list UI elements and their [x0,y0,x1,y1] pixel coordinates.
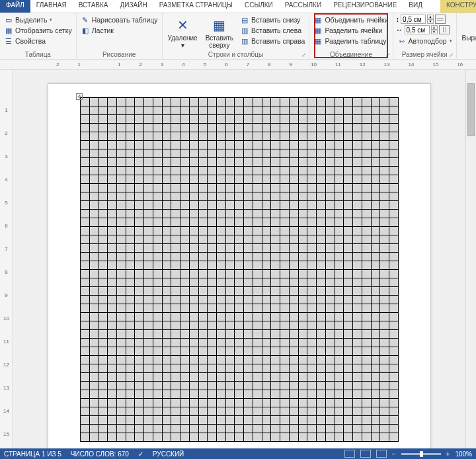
dialog-launcher-icon[interactable]: ⤢ [301,52,306,58]
group-alignment: ▦ Выравнивание▾ [457,13,476,59]
page-scroll[interactable]: ✥ WamOtvet.ru [13,70,465,448]
insert-below-button[interactable]: ▤Вставить снизу [239,15,306,25]
select-button[interactable]: ▭Выделить▾ [3,15,73,25]
width-icon: ↔ [396,26,403,34]
scroll-thumb[interactable] [467,83,475,136]
tab-references[interactable]: ССЫЛКИ [239,0,279,13]
insert-above-icon: ▦ [210,16,229,34]
group-rows-columns: ✕ Удаление▾ ▦ Вставить сверху ▤Вставить … [163,13,310,59]
spin-down-icon[interactable]: ▼ [431,30,438,34]
spin-down-icon[interactable]: ▼ [427,19,434,24]
tab-page-layout[interactable]: РАЗМЕТКА СТРАНИЦЫ [153,0,239,13]
view-read-button[interactable] [344,450,355,458]
table-move-handle[interactable]: ✥ [76,93,83,100]
view-web-button[interactable] [376,450,387,458]
insert-right-button[interactable]: ▥Вставить справа [239,36,306,46]
spin-up-icon[interactable]: ▲ [431,25,438,30]
split-table-icon: ▦ [313,36,323,46]
cursor-icon: ▭ [4,15,13,24]
tab-insert[interactable]: ВСТАВКА [73,0,114,13]
row-icon: ▤ [240,15,249,24]
zoom-slider[interactable] [401,453,441,455]
group-cell-size: ↕ ▲▼ ↔ ▲▼ ⇿Автоподбор▾ Размер ячейки⤢ [393,13,457,59]
group-label-draw: Рисование [79,51,159,59]
group-label-size: Размер ячейки⤢ [396,51,454,59]
merge-icon: ▦ [313,15,323,24]
dialog-launcher-icon[interactable]: ⤢ [385,52,390,58]
draw-table-button[interactable]: ✎Нарисовать таблицу [79,15,159,25]
insert-above-button[interactable]: ▦ Вставить сверху [203,15,236,50]
properties-button[interactable]: ☰Свойства [3,36,73,46]
col-width-field[interactable]: ↔ ▲▼ [396,25,454,34]
autofit-button[interactable]: ⇿Автоподбор▾ [396,36,454,46]
tab-review[interactable]: РЕЦЕНЗИРОВАНИЕ [327,0,403,13]
group-label-align [459,58,476,59]
zoom-level[interactable]: 100% [455,450,472,458]
chevron-down-icon: ▾ [450,38,452,44]
col-width-input[interactable] [405,25,430,34]
vertical-scrollbar[interactable] [465,70,476,448]
dialog-launcher-icon[interactable]: ⤢ [449,52,454,58]
chevron-down-icon: ▾ [181,42,184,49]
zoom-knob[interactable] [420,451,423,457]
ruler-horizontal[interactable]: 21123456789101112131415161718 [0,60,476,70]
eraser-icon: ◧ [81,26,90,35]
col-icon: ▥ [240,36,249,46]
autofit-icon: ⇿ [397,36,407,46]
group-label-merge: Объединение⤢ [312,51,389,59]
delete-icon: ✕ [173,16,192,34]
group-label-rows: Строки и столбцы⤢ [165,51,307,59]
group-label-table: Таблица [3,51,73,59]
delete-button[interactable]: ✕ Удаление▾ [165,15,200,50]
pencil-icon: ✎ [81,15,90,24]
ribbon-tabs: ФАЙЛ ГЛАВНАЯ ВСТАВКА ДИЗАЙН РАЗМЕТКА СТР… [0,0,476,13]
tab-design[interactable]: ДИЗАЙН [114,0,153,13]
chevron-down-icon: ▾ [50,17,52,22]
row-height-input[interactable] [401,15,426,24]
tab-constructor[interactable]: КОНСТРУКТОР [440,0,476,13]
tab-mailings[interactable]: РАССЫЛКИ [279,0,327,13]
split-cells-button[interactable]: ▦Разделить ячейки [312,25,389,36]
group-draw: ✎Нарисовать таблицу ◧Ластик Рисование [77,13,163,59]
status-words[interactable]: ЧИСЛО СЛОВ: 670 [71,450,129,458]
group-merge: ▦Объединить ячейки ▦Разделить ячейки ▦Ра… [309,13,393,59]
tab-home[interactable]: ГЛАВНАЯ [30,0,73,13]
col-icon: ▥ [240,26,249,35]
document-area: 1234567891011121314151617 ✥ WamOtvet.ru [0,70,476,448]
alignment-button[interactable]: ▦ Выравнивание▾ [459,15,476,50]
tab-file[interactable]: ФАЙЛ [0,0,30,13]
ruler-vertical[interactable]: 1234567891011121314151617 [0,70,13,448]
status-language[interactable]: РУССКИЙ [153,450,184,458]
eraser-button[interactable]: ◧Ластик [79,25,159,36]
view-print-button[interactable] [360,450,371,458]
insert-left-button[interactable]: ▥Вставить слева [239,25,306,36]
ribbon: ▭Выделить▾ ▦Отобразить сетку ☰Свойства Т… [0,13,476,60]
properties-icon: ☰ [4,36,13,46]
status-page[interactable]: СТРАНИЦА 1 ИЗ 5 [4,450,61,458]
tab-view[interactable]: ВИД [403,0,428,13]
merge-cells-button[interactable]: ▦Объединить ячейки [312,15,389,25]
grid-icon: ▦ [4,26,13,35]
status-proofing-icon[interactable]: ✓ [138,450,143,458]
distribute-rows-button[interactable] [435,15,446,24]
zoom-out-button[interactable]: − [392,450,396,458]
document-table[interactable] [80,97,399,442]
view-gridlines-button[interactable]: ▦Отобразить сетку [3,25,73,36]
split-icon: ▦ [313,26,323,35]
group-table: ▭Выделить▾ ▦Отобразить сетку ☰Свойства Т… [0,13,77,59]
distribute-cols-button[interactable] [439,25,450,34]
split-table-button[interactable]: ▦Разделить таблицу [312,36,389,46]
zoom-in-button[interactable]: + [446,450,450,458]
page[interactable]: ✥ WamOtvet.ru [48,83,431,448]
height-icon: ↕ [396,15,400,23]
tab-spacer [428,0,440,13]
spin-up-icon[interactable]: ▲ [427,15,434,19]
row-height-field[interactable]: ↕ ▲▼ [396,15,454,24]
status-bar: СТРАНИЦА 1 ИЗ 5 ЧИСЛО СЛОВ: 670 ✓ РУССКИ… [0,448,476,459]
